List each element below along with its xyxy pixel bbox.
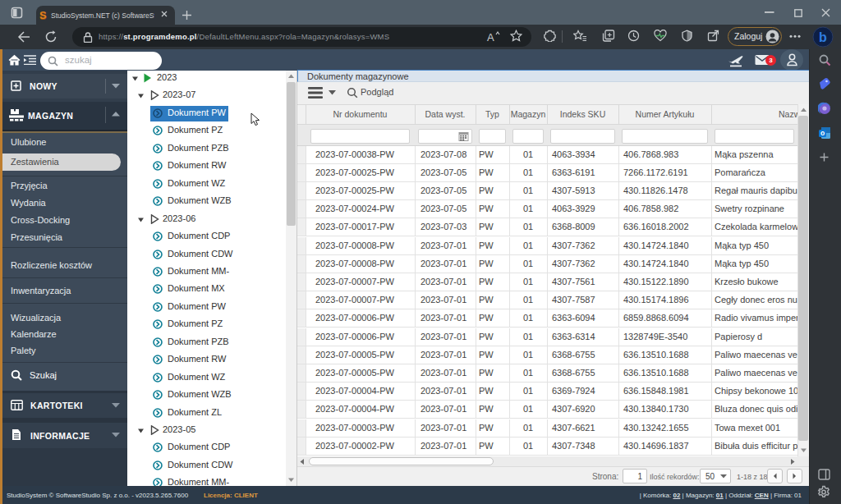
svg-text:b: b [819,30,827,44]
svg-text:A: A [487,31,494,43]
svg-text:o: o [820,129,825,137]
